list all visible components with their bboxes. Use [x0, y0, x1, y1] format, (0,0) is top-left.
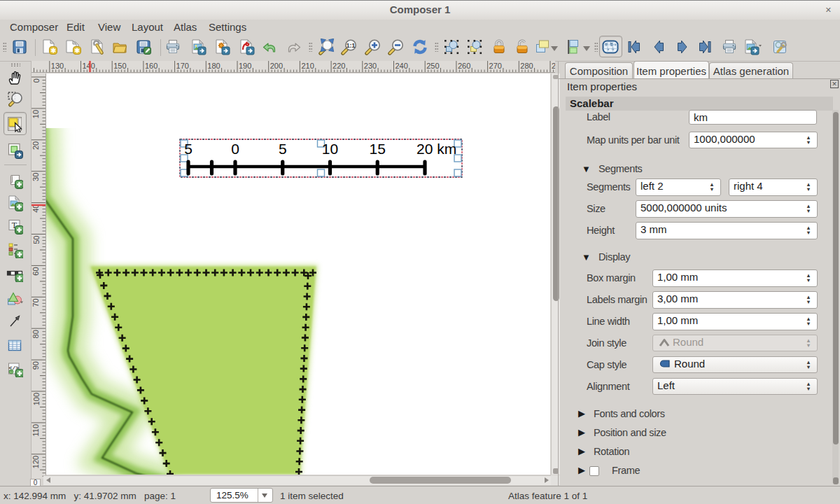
svg-text:50: 50	[32, 236, 41, 244]
svg-text:80: 80	[32, 330, 41, 338]
svg-text:10: 10	[322, 141, 338, 157]
svg-text:260: 260	[458, 62, 470, 70]
svg-text:290: 290	[552, 62, 555, 70]
svg-text:270: 270	[489, 62, 502, 70]
svg-text:280: 280	[520, 62, 533, 70]
svg-text:1:1: 1:1	[346, 42, 356, 49]
svg-text:60: 60	[32, 267, 41, 275]
svg-text:160: 160	[145, 62, 158, 70]
svg-text:5: 5	[184, 141, 192, 157]
svg-text:5: 5	[279, 141, 287, 157]
svg-text:190: 190	[239, 62, 251, 70]
svg-text:0: 0	[231, 141, 239, 157]
svg-text:20 km: 20 km	[416, 141, 456, 157]
svg-text:130: 130	[51, 62, 64, 70]
svg-text:20: 20	[32, 141, 41, 150]
svg-text:150: 150	[113, 62, 126, 70]
svg-text:90: 90	[32, 361, 41, 370]
svg-text:180: 180	[207, 62, 220, 70]
svg-text:240: 240	[396, 62, 408, 70]
svg-text:10: 10	[32, 110, 41, 118]
svg-text:70: 70	[32, 298, 41, 307]
svg-text:140: 140	[83, 62, 95, 70]
svg-text:170: 170	[176, 62, 189, 70]
svg-text:200: 200	[270, 62, 283, 70]
svg-text:15: 15	[370, 141, 386, 157]
svg-text:230: 230	[364, 62, 377, 70]
svg-text:220: 220	[332, 62, 345, 70]
svg-text:210: 210	[301, 62, 314, 70]
svg-text:110: 110	[32, 424, 41, 437]
svg-text:0: 0	[32, 78, 41, 83]
svg-text:120: 120	[32, 456, 41, 468]
svg-text:250: 250	[426, 62, 439, 70]
svg-text:30: 30	[32, 173, 41, 181]
svg-text:100: 100	[32, 393, 41, 405]
